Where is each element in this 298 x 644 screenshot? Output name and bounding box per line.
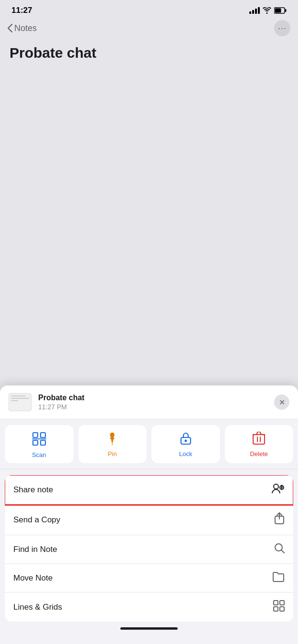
svg-text:+: + bbox=[280, 485, 283, 490]
status-time: 11:27 bbox=[11, 6, 32, 15]
svg-rect-4 bbox=[41, 433, 45, 437]
svg-rect-26 bbox=[274, 607, 278, 611]
svg-point-15 bbox=[274, 484, 278, 489]
share-note-item[interactable]: Share note + bbox=[5, 475, 293, 505]
share-note-label: Share note bbox=[13, 485, 53, 495]
back-button[interactable]: Notes bbox=[8, 23, 37, 33]
close-button[interactable]: ✕ bbox=[274, 395, 289, 410]
pin-button[interactable]: Pin bbox=[78, 425, 147, 463]
folder-icon bbox=[272, 571, 285, 584]
battery-icon bbox=[274, 7, 287, 14]
delete-label: Delete bbox=[250, 450, 268, 457]
svg-line-23 bbox=[281, 550, 284, 553]
move-note-item[interactable]: Move Note bbox=[5, 564, 293, 592]
share-people-icon: + bbox=[271, 483, 285, 497]
home-indicator bbox=[0, 622, 298, 633]
svg-rect-6 bbox=[41, 440, 45, 445]
delete-button[interactable]: Delete bbox=[225, 425, 294, 463]
lock-icon bbox=[180, 432, 192, 447]
back-label: Notes bbox=[14, 23, 37, 33]
svg-rect-2 bbox=[275, 9, 281, 13]
action-buttons-row: Scan Pin bbox=[5, 425, 293, 463]
share-upload-icon bbox=[274, 512, 285, 527]
menu-section: Share note + Send a Copy bbox=[5, 475, 293, 622]
note-preview-title: Probate chat bbox=[38, 394, 274, 402]
find-in-note-label: Find in Note bbox=[13, 545, 57, 554]
action-buttons-section: Scan Pin bbox=[0, 419, 298, 469]
note-meta: Probate chat 11:27 PM bbox=[38, 394, 274, 411]
svg-rect-1 bbox=[285, 9, 287, 12]
note-title: Probate chat bbox=[10, 45, 288, 61]
send-copy-label: Send a Copy bbox=[13, 515, 60, 525]
status-bar: 11:27 bbox=[0, 0, 298, 17]
home-bar bbox=[120, 627, 178, 630]
svg-rect-11 bbox=[253, 435, 265, 444]
lines-grids-item[interactable]: Lines & Grids bbox=[5, 592, 293, 622]
status-icons bbox=[249, 7, 287, 14]
chevron-left-icon bbox=[8, 24, 12, 32]
svg-point-10 bbox=[184, 440, 187, 442]
send-copy-item[interactable]: Send a Copy bbox=[5, 505, 293, 535]
search-icon bbox=[274, 543, 285, 556]
close-icon: ✕ bbox=[279, 398, 285, 407]
delete-icon bbox=[253, 432, 265, 447]
more-button[interactable]: ··· bbox=[274, 20, 290, 36]
note-content-area[interactable]: Probate chat bbox=[0, 40, 298, 269]
bottom-sheet: Probate chat 11:27 PM ✕ Scan bbox=[0, 385, 298, 644]
navigation-bar: Notes ··· bbox=[0, 17, 298, 40]
pin-icon bbox=[106, 432, 118, 447]
scan-icon bbox=[32, 432, 46, 447]
note-thumbnail bbox=[9, 393, 32, 411]
svg-rect-3 bbox=[33, 433, 38, 437]
svg-rect-25 bbox=[280, 601, 284, 605]
svg-rect-24 bbox=[274, 601, 278, 605]
note-preview-time: 11:27 PM bbox=[38, 403, 274, 411]
grid-icon bbox=[273, 600, 285, 614]
lock-label: Lock bbox=[179, 450, 192, 457]
lines-grids-label: Lines & Grids bbox=[13, 602, 62, 612]
lock-button[interactable]: Lock bbox=[151, 425, 220, 463]
wifi-icon bbox=[263, 7, 271, 14]
pin-label: Pin bbox=[108, 450, 117, 457]
svg-rect-5 bbox=[33, 440, 38, 445]
find-in-note-item[interactable]: Find in Note bbox=[5, 535, 293, 564]
signal-icon bbox=[249, 7, 260, 14]
svg-rect-27 bbox=[280, 607, 284, 611]
scan-button[interactable]: Scan bbox=[5, 425, 74, 463]
more-icon: ··· bbox=[278, 23, 287, 33]
scan-label: Scan bbox=[32, 451, 46, 458]
note-preview-row: Probate chat 11:27 PM ✕ bbox=[0, 385, 298, 419]
move-note-label: Move Note bbox=[13, 573, 53, 583]
